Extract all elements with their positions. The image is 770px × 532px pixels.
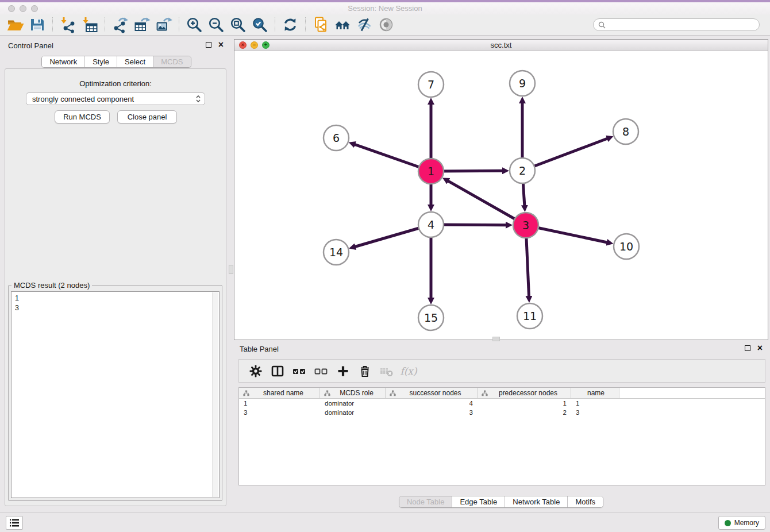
cell-name[interactable]: 1: [571, 400, 619, 407]
network-window-titlebar[interactable]: × − + scc.txt: [234, 40, 768, 51]
table-row[interactable]: 1dominator411: [239, 399, 765, 408]
float-table-panel-icon[interactable]: [745, 345, 750, 351]
node-label-10: 10: [619, 240, 633, 253]
delete-column-button[interactable]: [355, 363, 375, 380]
node-label-8: 8: [622, 125, 629, 138]
select-all-button[interactable]: [290, 363, 309, 380]
node-label-11: 11: [523, 310, 537, 322]
node-label-4: 4: [428, 218, 434, 231]
split-pane-icon: [271, 364, 284, 378]
show-graphics-button[interactable]: [375, 16, 397, 34]
control-panel-tabs: NetworkStyleSelectMCDS: [2, 56, 230, 68]
trash-icon: [358, 364, 372, 378]
result-scrollbar[interactable]: [212, 292, 218, 497]
export-image-icon: [155, 16, 172, 33]
open-session-button[interactable]: [5, 16, 26, 34]
zoom-fit-icon: [229, 16, 247, 33]
mcds-result-area[interactable]: 1 3: [11, 291, 220, 498]
main-toolbar: [0, 14, 770, 36]
cell-predecessor-nodes[interactable]: 1: [478, 400, 571, 407]
criterion-dropdown[interactable]: strongly connected component: [26, 92, 205, 105]
table-options-button[interactable]: [246, 363, 265, 380]
open-folder-icon: [7, 16, 24, 33]
toolbar-separator: [52, 17, 53, 32]
function-builder-button[interactable]: f(x): [399, 363, 418, 380]
zoom-out-icon: [207, 16, 225, 33]
column-header-predecessor-nodes[interactable]: predecessor nodes: [478, 388, 571, 398]
tab-edge-table[interactable]: Edge Table: [452, 496, 505, 507]
delete-table-icon: [379, 364, 394, 378]
zoom-selected-button[interactable]: [249, 16, 271, 34]
create-column-button[interactable]: [333, 363, 353, 380]
show-column-panel-button[interactable]: [268, 363, 287, 380]
zoom-in-button[interactable]: [183, 16, 205, 34]
column-header-name[interactable]: name: [571, 388, 619, 398]
delete-table-button[interactable]: [377, 363, 396, 380]
task-history-button[interactable]: [6, 516, 23, 530]
export-network-icon: [111, 16, 129, 33]
column-header-successor-nodes[interactable]: successor nodes: [386, 388, 478, 398]
cell-successor-nodes[interactable]: 3: [386, 409, 478, 416]
search-field[interactable]: [593, 18, 760, 31]
control-panel-title: Control Panel: [8, 41, 53, 50]
column-header-shared-name[interactable]: shared name: [239, 388, 320, 398]
export-image-button[interactable]: [153, 16, 175, 34]
network-canvas[interactable]: 7968124314101511: [234, 51, 768, 340]
edge-2-8[interactable]: [522, 138, 607, 171]
tab-motifs[interactable]: Motifs: [568, 496, 603, 507]
tab-select[interactable]: Select: [117, 56, 153, 67]
toolbar-separator: [305, 17, 306, 32]
column-header-mcds-role[interactable]: MCDS role: [320, 388, 386, 398]
tab-network[interactable]: Network: [42, 56, 85, 67]
cell-predecessor-nodes[interactable]: 2: [478, 409, 571, 416]
cell-mcds-role[interactable]: dominator: [320, 409, 386, 416]
cell-mcds-role[interactable]: dominator: [320, 400, 386, 407]
duplicate-network-button[interactable]: [310, 16, 332, 34]
horizontal-splitter-grip[interactable]: [492, 337, 500, 341]
table-panel-tabs: Node TableEdge TableNetwork TableMotifs: [234, 496, 768, 508]
deselect-all-button[interactable]: [311, 363, 331, 380]
export-table-button[interactable]: [131, 16, 153, 34]
status-bar: Memory: [0, 512, 770, 532]
toolbar-separator: [275, 17, 275, 32]
search-input[interactable]: [609, 21, 754, 29]
chevron-updown-icon: [195, 95, 201, 103]
import-table-button[interactable]: [79, 16, 101, 34]
hierarchy-icon: [243, 390, 249, 396]
close-table-panel-icon[interactable]: ×: [757, 345, 763, 352]
vertical-splitter-grip[interactable]: [229, 265, 233, 274]
add-icon: [336, 364, 350, 378]
export-network-button[interactable]: [109, 16, 131, 34]
zoom-fit-button[interactable]: [227, 16, 249, 34]
network-graph: 7968124314101511: [234, 51, 768, 340]
tab-node-table[interactable]: Node Table: [399, 496, 453, 507]
tab-network-table[interactable]: Network Table: [505, 496, 568, 507]
cell-shared-name[interactable]: 3: [239, 409, 320, 416]
tab-mcds[interactable]: MCDS: [153, 56, 190, 67]
hide-show-button[interactable]: [353, 16, 375, 34]
table-panel-title: Table Panel: [240, 345, 279, 353]
zoom-selected-icon: [251, 16, 268, 33]
memory-button[interactable]: Memory: [718, 516, 765, 530]
node-label-3: 3: [522, 219, 529, 232]
table-row[interactable]: 3dominator323: [239, 408, 765, 417]
node-table[interactable]: shared nameMCDS rolesuccessor nodesprede…: [238, 387, 765, 485]
network-view-window: × − + scc.txt 7968124314101511: [234, 39, 768, 340]
memory-label: Memory: [734, 519, 759, 527]
edge-3-1[interactable]: [448, 181, 526, 225]
import-network-button[interactable]: [57, 16, 79, 34]
run-mcds-button[interactable]: Run MCDS: [55, 110, 110, 124]
close-panel-button[interactable]: Close panel: [117, 110, 177, 124]
zoom-out-button[interactable]: [205, 16, 227, 34]
cell-successor-nodes[interactable]: 4: [386, 400, 478, 407]
close-panel-icon[interactable]: ×: [218, 41, 224, 48]
float-panel-icon[interactable]: [206, 42, 211, 48]
home-button[interactable]: [332, 16, 353, 34]
save-session-button[interactable]: [26, 16, 48, 34]
cell-name[interactable]: 3: [571, 409, 619, 416]
tab-style[interactable]: Style: [85, 56, 117, 67]
toolbar-separator: [179, 17, 179, 32]
cell-shared-name[interactable]: 1: [239, 400, 320, 407]
apply-layout-button[interactable]: [279, 16, 301, 34]
node-label-14: 14: [329, 246, 343, 259]
